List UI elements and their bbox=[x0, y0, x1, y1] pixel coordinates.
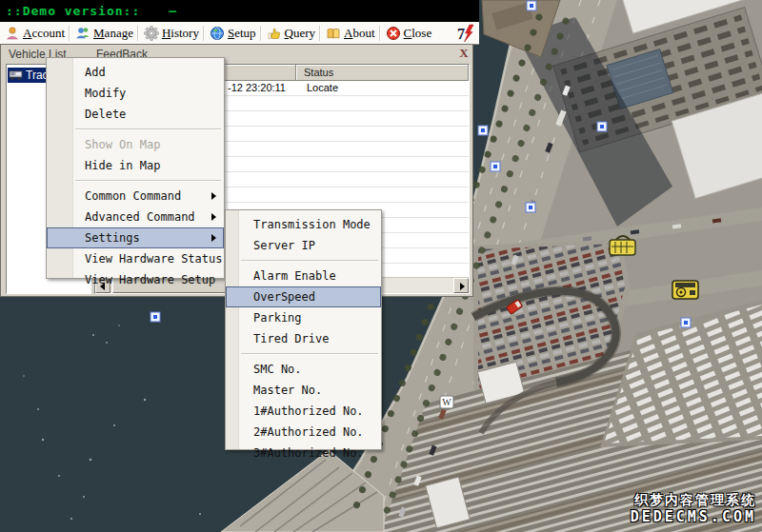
svg-text:W: W bbox=[442, 397, 451, 407]
query-button[interactable]: Query bbox=[262, 23, 320, 44]
setup-button[interactable]: Setup bbox=[205, 23, 260, 44]
cell-status: Locate bbox=[296, 81, 469, 95]
column-header-status[interactable]: Status bbox=[296, 65, 469, 81]
submenu-item-3-authorized-no[interactable]: 3#Authorized No. bbox=[226, 443, 381, 463]
poi-marker-icon bbox=[491, 162, 500, 171]
submenu-item-server-ip[interactable]: Server IP bbox=[226, 235, 381, 256]
menu-item-delete[interactable]: Delete bbox=[47, 104, 224, 125]
people-icon bbox=[75, 26, 90, 41]
book-icon bbox=[326, 26, 341, 41]
svg-text:7: 7 bbox=[457, 26, 465, 42]
poi-marker-icon bbox=[150, 312, 160, 322]
submenu-item-transmission-mode[interactable]: Transmission Mode bbox=[226, 214, 381, 235]
about-button[interactable]: About bbox=[321, 23, 379, 44]
watermark: 织梦内容管理系统 DEDECMS.COM bbox=[631, 492, 756, 526]
globe-icon bbox=[210, 26, 225, 41]
close-circle-icon bbox=[386, 26, 401, 41]
app-logo: 7 bbox=[455, 24, 476, 43]
submenu-item-overspeed[interactable]: OverSpeed bbox=[226, 286, 381, 307]
submenu-arrow-icon bbox=[211, 234, 216, 242]
menu-item-hide-in-map[interactable]: Hide in Map bbox=[47, 155, 224, 176]
menu-item-common-command[interactable]: Common Command bbox=[47, 186, 224, 207]
menu-item-add[interactable]: Add bbox=[47, 62, 224, 83]
poi-marker-icon bbox=[681, 318, 691, 327]
menu-item-modify[interactable]: Modify bbox=[47, 83, 224, 104]
manage-button[interactable]: Manage bbox=[70, 23, 137, 44]
history-button[interactable]: History bbox=[139, 23, 203, 44]
main-toolbar: Account Manage History bbox=[0, 22, 479, 45]
submenu-item-1-authorized-no[interactable]: 1#Authorized No. bbox=[226, 401, 381, 422]
vehicle-icon bbox=[9, 69, 24, 81]
menu-separator bbox=[75, 180, 221, 182]
menu-separator bbox=[75, 128, 221, 130]
map-vehicle-icon-truck[interactable] bbox=[672, 281, 698, 299]
submenu-item-tired-drive[interactable]: Tired Drive bbox=[226, 328, 381, 349]
menu-separator bbox=[241, 260, 378, 262]
close-button[interactable]: Close bbox=[381, 23, 436, 44]
minimize-button[interactable]: — bbox=[169, 4, 176, 18]
menu-separator bbox=[241, 353, 378, 355]
context-menu: Add Modify Delete Show On Map Hide in Ma… bbox=[46, 57, 225, 279]
menu-item-view-hardware-setup[interactable]: View Hardware Setup bbox=[47, 269, 224, 290]
menu-item-show-on-map: Show On Map bbox=[47, 134, 224, 155]
submenu-arrow-icon bbox=[211, 192, 216, 200]
submenu-item-2-authorized-no[interactable]: 2#Authorized No. bbox=[226, 422, 381, 443]
title-bar: ::Demo version:: — bbox=[0, 0, 479, 22]
submenu-item-alarm-enable[interactable]: Alarm Enable bbox=[226, 266, 381, 286]
account-button[interactable]: Account bbox=[0, 23, 69, 44]
submenu-item-master-no[interactable]: Master No. bbox=[226, 380, 381, 401]
menu-item-advanced-command[interactable]: Advanced Command bbox=[47, 207, 224, 227]
menu-item-settings[interactable]: Settings bbox=[47, 227, 224, 248]
thumb-icon bbox=[267, 26, 282, 41]
poi-marker-icon bbox=[478, 126, 488, 135]
scroll-right-button[interactable] bbox=[453, 278, 469, 293]
poi-marker-icon bbox=[526, 203, 535, 212]
gear-icon bbox=[144, 26, 159, 41]
settings-submenu: Transmission Mode Server IP Alarm Enable… bbox=[225, 209, 382, 450]
app-screen: W 织梦内容管理系统 DEDECMS.COM ::Demo version:: … bbox=[0, 0, 762, 532]
window-title: ::Demo version:: bbox=[6, 4, 140, 18]
person-icon bbox=[5, 26, 20, 41]
poi-marker-icon bbox=[527, 1, 536, 10]
app-logo-icon: 7 bbox=[455, 24, 476, 43]
watermark-line1: 织梦内容管理系统 bbox=[631, 492, 756, 509]
submenu-item-smc-no[interactable]: SMC No. bbox=[226, 359, 381, 380]
watermark-line2: DEDECMS.COM bbox=[631, 508, 756, 526]
poi-marker-icon bbox=[597, 122, 607, 131]
menu-item-view-hardware-status[interactable]: View Hardware Status bbox=[47, 248, 224, 269]
wikipedia-marker-icon[interactable]: W bbox=[440, 396, 453, 408]
submenu-item-parking[interactable]: Parking bbox=[226, 307, 381, 328]
submenu-arrow-icon bbox=[211, 213, 216, 221]
panel-close-button[interactable]: X bbox=[457, 46, 471, 59]
